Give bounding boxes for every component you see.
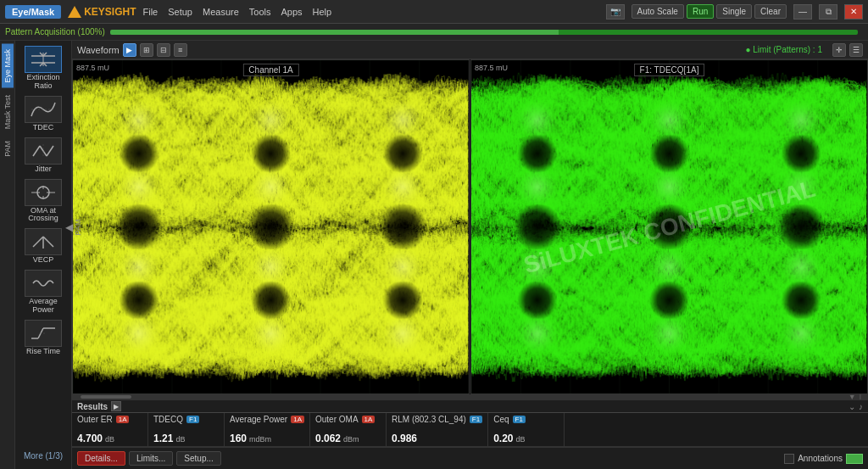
sidebar-item-extinction-ratio[interactable]: Extinction Ratio — [17, 44, 70, 92]
single-button[interactable]: Single — [716, 4, 752, 19]
menu-apps[interactable]: Apps — [281, 7, 302, 17]
panel1-range: 887.5 mU — [76, 64, 109, 72]
svg-line-18 — [43, 237, 53, 247]
jitter-icon — [25, 137, 62, 165]
scope-panel-1: 887.5 mU Channel 1A — [72, 59, 470, 394]
sidebar-item-oma-crossing[interactable]: OMA at Crossing — [17, 177, 70, 226]
metric-unit-1: dB — [175, 435, 185, 444]
metric-value-1: 1.21 — [153, 433, 173, 444]
sidebar-content: Extinction Ratio TDEC — [15, 41, 71, 469]
run-button[interactable]: Run — [687, 4, 714, 19]
restore-button[interactable]: ⧉ — [819, 4, 837, 20]
app-name: KEYSIGHT — [84, 6, 136, 18]
metric-badge-3: 1A — [362, 416, 376, 423]
pattern-acquisition-label: Pattern Acquisition (100%) — [5, 27, 105, 36]
close-button[interactable]: ✕ — [844, 4, 863, 20]
menu-tools[interactable]: Tools — [249, 7, 271, 17]
annotations-checkbox[interactable] — [784, 454, 794, 464]
metric-badge-5: F1 — [513, 416, 526, 423]
metric-item-3: Outer OMA 1A 0.062 dBm — [310, 413, 387, 446]
metrics-row: Outer ER 1A 4.700 dB TDECQ F1 1.21 dB Av… — [72, 413, 868, 447]
tdec-icon — [25, 96, 62, 123]
metric-value-0: 4.700 — [77, 433, 103, 444]
titlebar: Eye/Mask KEYSIGHT File Setup Measure Too… — [0, 0, 868, 24]
sidebar-item-vecp[interactable]: VECP — [23, 226, 64, 266]
menu-button[interactable]: ☰ — [849, 43, 863, 57]
menu-help[interactable]: Help — [313, 7, 332, 17]
menu-setup[interactable]: Setup — [168, 7, 192, 17]
minimize-button[interactable]: — — [793, 4, 812, 20]
sidebar-tab-eye-mask[interactable]: Eye Mask — [2, 44, 14, 88]
crosshair-button[interactable]: ✛ — [832, 43, 846, 57]
autoscale-button[interactable]: Auto Scale — [632, 4, 684, 19]
average-power-label: Average Power — [19, 298, 68, 315]
menu-file[interactable]: File — [143, 7, 159, 17]
eye-mask-button[interactable]: Eye/Mask — [5, 5, 61, 19]
vecp-icon — [25, 228, 62, 255]
svg-line-17 — [33, 237, 43, 247]
metric-value-4: 0.986 — [392, 433, 417, 444]
metric-item-2: Average Power 1A 160 mdBm — [225, 413, 310, 446]
sidebar-tab-row: Eye Mask Mask Test PAM — [0, 41, 71, 469]
rise-time-label: Rise Time — [26, 348, 60, 356]
rise-time-icon — [25, 320, 62, 347]
center-area: Waveform ▶ ⊞ ⊟ ≡ ● Limit (Patterns) : 1 … — [72, 41, 868, 469]
panel1-label: Channel 1A — [242, 64, 298, 76]
annotations-label: Annotations — [798, 454, 843, 463]
panel2-range: 887.5 mU — [475, 64, 508, 72]
eye-diagram-canvas-1 — [73, 60, 469, 394]
metric-name-4: RLM (802.3 CL_94) — [392, 415, 466, 424]
metric-name-5: Ceq — [493, 415, 509, 424]
panel2-label: F1: TDECQ[1A] — [634, 64, 705, 76]
scroll-thumb[interactable] — [81, 395, 131, 399]
eye-diagram-canvas-2 — [471, 60, 867, 394]
results-expand-button[interactable]: ⌄ — [849, 402, 855, 411]
metric-name-1: TDECQ — [153, 415, 183, 424]
sidebar-item-jitter[interactable]: Jitter — [23, 136, 64, 176]
sidebar-item-rise-time[interactable]: Rise Time — [23, 318, 64, 358]
oma-crossing-label: OMA at Crossing — [19, 207, 68, 224]
metric-item-0: Outer ER 1A 4.700 dB — [72, 413, 148, 446]
metric-name-2: Average Power — [230, 415, 287, 424]
results-play-button[interactable]: ▶ — [111, 401, 121, 411]
annotations-color-swatch — [846, 454, 863, 464]
results-audio-icon[interactable]: ♪ — [859, 402, 863, 411]
collapse-arrow[interactable]: ◀ — [65, 221, 73, 233]
sidebar-vertical-tabs: Eye Mask Mask Test PAM — [0, 41, 15, 469]
sidebar-item-tdec[interactable]: TDEC — [23, 94, 64, 134]
sidebar-tab-mask-test[interactable]: Mask Test — [2, 90, 14, 134]
clear-button[interactable]: Clear — [754, 4, 787, 19]
menu-measure[interactable]: Measure — [203, 7, 239, 17]
tdec-label: TDEC — [33, 124, 54, 132]
scope-panel-2: 887.5 mU F1: TDECQ[1A] SiLUXTEK CONFIDEN… — [470, 59, 868, 394]
waveform-btn1[interactable]: ⊞ — [140, 43, 153, 57]
sidebar-tab-pam[interactable]: PAM — [2, 136, 14, 162]
metric-unit-0: dB — [105, 435, 114, 444]
results-bar: Results ▶ ⌄ ♪ — [72, 399, 868, 413]
waveform-play-button[interactable]: ▶ — [123, 43, 136, 57]
setup-button[interactable]: Setup... — [176, 451, 220, 466]
logo-triangle — [68, 6, 81, 18]
metric-unit-3: dBm — [343, 435, 359, 444]
extinction-ratio-label: Extinction Ratio — [19, 74, 68, 91]
menu-bar: File Setup Measure Tools Apps Help — [143, 7, 332, 17]
camera-icon[interactable]: 📷 — [606, 4, 625, 20]
waveform-label: Waveform — [77, 45, 120, 55]
waveform-btn2[interactable]: ⊟ — [157, 43, 170, 57]
sidebar-item-more[interactable]: More (1/3) — [19, 445, 68, 466]
limits-button[interactable]: Limits... — [129, 451, 173, 466]
details-button[interactable]: Details... — [77, 451, 125, 466]
metric-name-0: Outer ER — [77, 415, 113, 424]
waveform-btn3[interactable]: ≡ — [174, 43, 187, 57]
metric-unit-5: dB — [516, 435, 526, 444]
sidebar-item-average-power[interactable]: Average Power — [17, 268, 70, 316]
metric-badge-2: 1A — [291, 416, 304, 423]
more-label: More (1/3) — [20, 448, 66, 464]
metric-badge-1: F1 — [186, 416, 199, 423]
waveform-toolbar: Waveform ▶ ⊞ ⊟ ≡ ● Limit (Patterns) : 1 … — [72, 41, 868, 59]
svg-line-8 — [33, 146, 40, 156]
metric-value-3: 0.062 — [315, 433, 341, 444]
statusbar: Details... Limits... Setup... Annotation… — [72, 447, 868, 469]
limit-indicator: ● Limit (Patterns) : 1 — [745, 45, 822, 54]
display-area: ◀ 887.5 mU Channel 1A 887.5 mU F1: TDECQ… — [72, 59, 868, 394]
